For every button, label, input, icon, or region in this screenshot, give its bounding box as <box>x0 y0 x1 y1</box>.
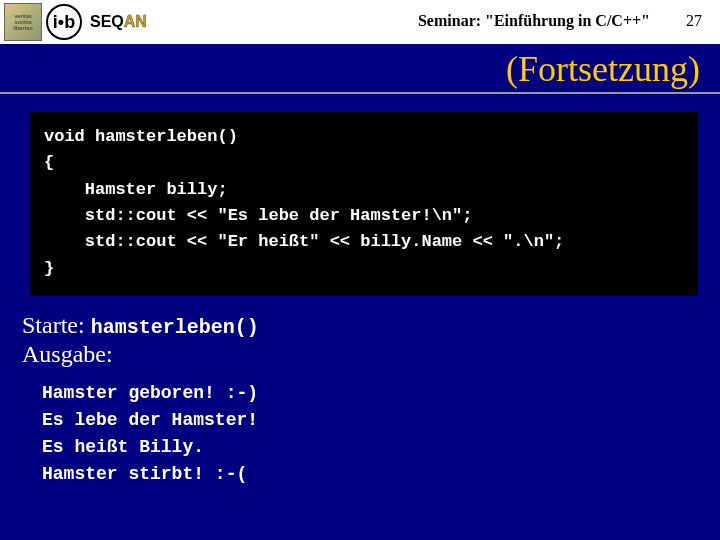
program-output: Hamster geboren! :-) Es lebe der Hamster… <box>22 370 720 488</box>
code-block: void hamsterleben() { Hamster billy; std… <box>30 112 698 296</box>
seminar-title: Seminar: "Einführung in C/C++" <box>418 12 650 30</box>
seqan-logo-an: AN <box>124 13 147 31</box>
page-number: 27 <box>686 12 702 30</box>
ausgabe-label: Ausgabe: <box>22 341 720 368</box>
ib-logo: i•b <box>46 4 82 40</box>
starte-function: hamsterleben() <box>91 316 259 339</box>
body-content: Starte: hamsterleben() Ausgabe: Hamster … <box>0 296 720 488</box>
logo-row: veritas iustitia libertas i•b SEQAN <box>0 3 151 41</box>
slide-title: (Fortsetzung) <box>0 44 720 94</box>
university-seal-logo: veritas iustitia libertas <box>4 3 42 41</box>
seqan-logo: SEQAN <box>86 3 151 41</box>
starte-label: Starte: <box>22 312 85 338</box>
seqan-logo-seq: SEQ <box>90 13 124 31</box>
starte-line: Starte: hamsterleben() <box>22 312 720 339</box>
slide-header: veritas iustitia libertas i•b SEQAN Semi… <box>0 0 720 44</box>
